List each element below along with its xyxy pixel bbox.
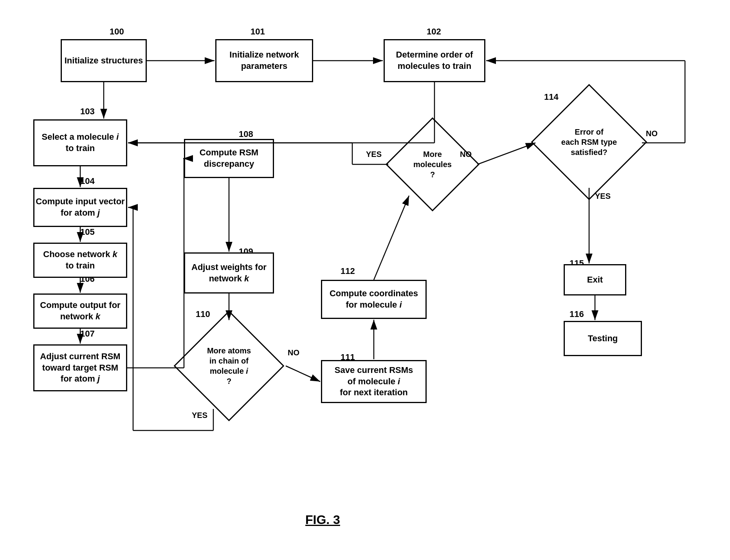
box-testing: Testing (564, 321, 642, 356)
diamond-more-atoms: More atomsin chain ofmolecule i? (172, 321, 286, 411)
svg-line-25 (478, 143, 535, 164)
box-compute-output: Compute output fornetwork k (33, 294, 127, 329)
box-initialize-structures: Initialize structures (61, 39, 147, 82)
ref-116: 116 (570, 309, 584, 319)
ref-105: 105 (80, 227, 95, 237)
label-no-110: NO (288, 348, 299, 357)
ref-101: 101 (251, 27, 265, 37)
box-determine-order: Determine order of molecules to train (384, 39, 485, 82)
ref-100: 100 (110, 27, 124, 37)
svg-line-19 (286, 366, 320, 382)
box-choose-network: Choose network kto train (33, 243, 127, 278)
diamond-error-satisfied: Error ofeach RSM typesatisfied? (536, 97, 642, 187)
label-yes-114: YES (595, 192, 611, 201)
box-initialize-network-params: Initialize network parameters (215, 39, 313, 82)
svg-line-21 (374, 196, 409, 280)
box-exit: Exit (564, 264, 626, 295)
box-adjust-weights: Adjust weights fornetwork k (184, 252, 274, 294)
fig-label: FIG. 3 (305, 513, 340, 527)
diamond-more-molecules: Moremolecules? (388, 125, 478, 203)
label-no-114: NO (646, 129, 658, 138)
ref-107: 107 (80, 329, 95, 339)
label-yes-113: YES (366, 150, 382, 159)
box-compute-coordinates: Compute coordinatesfor molecule i (321, 280, 427, 319)
label-no-113: NO (460, 150, 472, 159)
box-compute-rsm-discrepancy: Compute RSM discrepancy (184, 139, 274, 178)
flowchart-diagram: 100 101 102 103 104 105 106 107 108 109 … (0, 0, 730, 560)
box-adjust-rsm: Adjust current RSMtoward target RSMfor a… (33, 344, 127, 391)
ref-104: 104 (80, 176, 95, 186)
ref-110: 110 (196, 309, 210, 319)
box-save-rsms: Save current RSMsof molecule ifor next i… (321, 360, 427, 403)
ref-112: 112 (341, 266, 355, 276)
label-yes-110: YES (192, 411, 207, 420)
ref-103: 103 (80, 106, 95, 117)
box-select-molecule: Select a molecule ito train (33, 119, 127, 166)
ref-102: 102 (427, 27, 441, 37)
ref-108: 108 (239, 129, 253, 139)
box-compute-input-vector: Compute input vectorfor atom j (33, 188, 127, 227)
